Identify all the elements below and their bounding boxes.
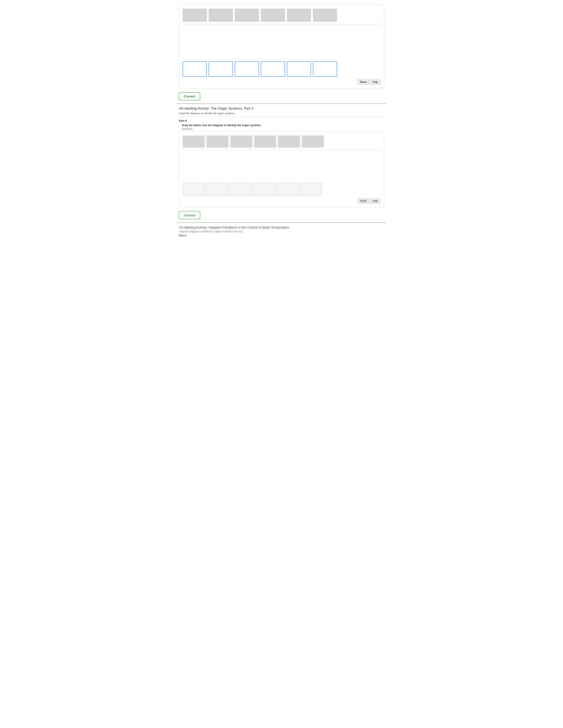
label-tile-1[interactable] [182,9,207,22]
activity-3-section: Art-labeling Activity: Negative Feedback… [179,225,384,237]
activity-3-subtitle: Label the diagram to identify the organs… [179,230,384,233]
widget-1-footer: Reset Help [181,79,382,86]
label-tile-2[interactable] [209,9,233,22]
drop-tile-2-2[interactable] [206,183,228,196]
activity-2-subtitle: Label the diagram to identify the organ … [179,112,384,115]
reset-button-1[interactable]: Reset [358,80,369,84]
drop-tile-5[interactable] [287,61,311,77]
label-tile-2-1[interactable] [182,135,205,148]
drop-tile-2-6[interactable] [300,183,322,196]
help-button-2[interactable]: Help [370,199,381,203]
activity-3-title: Art-labeling Activity: Negative Feedback… [179,225,384,229]
activity-2-widget: Reset Help [179,131,384,207]
diagram-area-2 [181,150,382,181]
label-tile-2-5[interactable] [278,135,300,148]
part-a-instruction: Drag the labels onto the diagram to iden… [182,124,384,127]
section-divider [177,103,386,104]
label-tile-4[interactable] [261,9,285,22]
drop-tile-2[interactable] [209,61,233,77]
label-tile-2-2[interactable] [206,135,228,148]
drop-tile-6[interactable] [313,61,337,77]
correct-badge-1: Correct [179,92,200,100]
drop-tiles-bottom-2 [181,181,382,198]
drop-tile-2-1[interactable] [182,183,205,196]
activity-1-widget: Reset Help [179,4,384,88]
diagram-area-1 [181,24,382,60]
sub-divider-2 [179,117,384,117]
reset-button-2[interactable]: Reset [358,199,369,203]
drop-tile-2-4[interactable] [253,183,275,196]
label-tiles-top [181,7,382,24]
correct-badge-2: Correct [179,211,200,219]
drop-tile-1[interactable] [182,61,207,77]
drop-tile-3[interactable] [235,61,259,77]
label-tile-6[interactable] [313,9,337,22]
label-tile-3[interactable] [235,9,259,22]
drop-tile-2-5[interactable] [276,183,298,196]
drop-tiles-bottom [181,60,382,79]
label-tile-2-3[interactable] [230,135,252,148]
label-tile-2-6[interactable] [302,135,324,148]
activity-2-title: Art-labeling Activity: The Organ Systems… [179,107,384,111]
widget-2-footer: Reset Help [181,198,382,205]
label-tile-5[interactable] [287,9,311,22]
drop-tile-2-3[interactable] [229,183,251,196]
label-tiles-top-2 [181,134,382,150]
activity-3-part-label: Part A [179,234,384,237]
answer-label: ANSWER [182,128,384,130]
drop-tile-4[interactable] [261,61,285,77]
label-tile-2-4[interactable] [254,135,276,148]
part-a-label: Part A [179,119,384,122]
help-button-1[interactable]: Help [370,80,381,84]
section-divider-3 [177,222,386,223]
